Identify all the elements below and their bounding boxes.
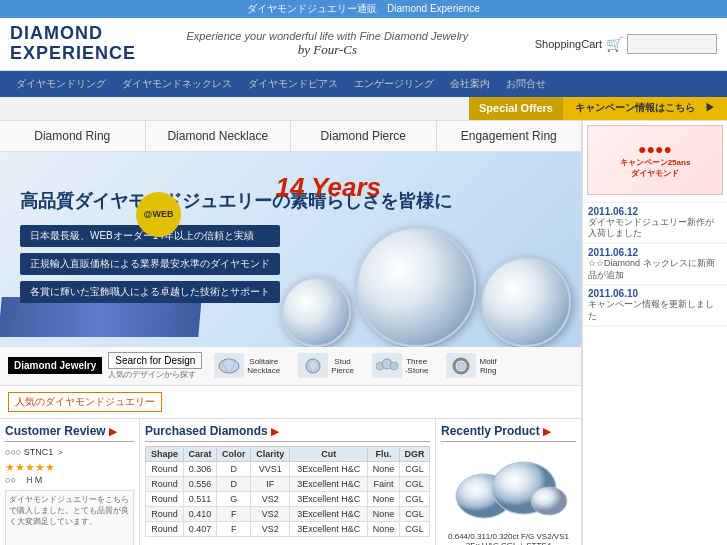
table-cell: 3Excellent H&C: [290, 506, 368, 521]
logo: Diamond Experience: [10, 24, 120, 64]
design-type-solitaire[interactable]: SolitaireNecklace: [208, 353, 286, 378]
search-btn-area: Search for Design 人気のデザインから探す: [108, 352, 202, 380]
purchased-title: Purchased Diamonds ▶: [145, 424, 430, 442]
cart-input[interactable]: [627, 34, 717, 54]
tagline-line2: by Four-Cs: [120, 42, 535, 58]
design-type-three[interactable]: Three-Stone: [366, 353, 435, 378]
news-text-2: キャンペーン情報を更新しました: [588, 299, 722, 322]
nav-bar: ダイヤモンドリング ダイヤモンドネックレス ダイヤモンドピアス エンゲージリング…: [0, 71, 727, 97]
years-number: 14 Years: [275, 172, 381, 203]
hero-banner: 高品質ダイヤモンドジュエリーの素晴らしさを皆様に 日本最長級、WEBオーダー14…: [0, 152, 581, 347]
table-cell: VS2: [251, 491, 290, 506]
news-text-1: ☆☆Diamond ネックレスに新商品が追加: [588, 258, 722, 281]
product-tabs: Diamond Ring Diamond Necklace Diamond Pi…: [0, 121, 581, 152]
news-date-0: 2011.06.12: [588, 206, 722, 217]
recent-product-display: 0.644/0.311/0.320ct F/G VS2/VS1 3Ex H&C …: [441, 446, 576, 545]
tab-engagement-ring[interactable]: Engagement Ring: [437, 121, 582, 151]
hero-years: 14 Years @WEB: [275, 172, 381, 203]
table-row: Round0.306DVVS13Excellent H&CNoneCGL: [146, 461, 430, 476]
nav-item-0[interactable]: ダイヤモンドリング: [8, 77, 114, 91]
news-item-1: 2011.06.12 ☆☆Diamond ネックレスに新商品が追加: [583, 244, 727, 285]
cart-label: ShoppingCart: [535, 38, 602, 50]
table-cell: None: [368, 506, 400, 521]
hero-bullet-1: 正規輸入直販価格による業界最安水準のダイヤモンド: [20, 253, 280, 275]
col-flu: Flu.: [368, 446, 400, 461]
customer-review-title: Customer Review ▶: [5, 424, 134, 442]
recent-arrow-icon: ▶: [543, 426, 551, 437]
table-cell: 3Excellent H&C: [290, 491, 368, 506]
table-cell: D: [217, 476, 251, 491]
table-cell: None: [368, 461, 400, 476]
col-customer: Customer Review ▶ ○○○ STNC1 ＞ ★★★★★ ○○ Ｈ…: [0, 419, 140, 545]
special-offers-label: Special Offers: [469, 97, 563, 120]
header: Diamond Experience Experience your wonde…: [0, 18, 727, 71]
campaign-button[interactable]: キャンペーン情報はこちら ▶: [563, 97, 727, 120]
ad-banner[interactable]: ●●●● キャンペーン25ans ダイヤモンド: [587, 125, 723, 195]
table-cell: 3Excellent H&C: [290, 521, 368, 536]
nav-item-2[interactable]: ダイヤモンドピアス: [240, 77, 346, 91]
table-cell: Faint: [368, 476, 400, 491]
reviewer-name[interactable]: ○○○ STNC1 ＞: [5, 446, 134, 459]
header-cart: ShoppingCart 🛒: [535, 34, 717, 54]
table-cell: Round: [146, 521, 184, 536]
nav-item-3[interactable]: エンゲージリング: [346, 77, 442, 91]
svg-point-8: [457, 362, 465, 370]
tab-diamond-ring[interactable]: Diamond Ring: [0, 121, 146, 151]
col-shape: Shape: [146, 446, 184, 461]
logo-line1: Diamond: [10, 24, 120, 44]
nav-item-4[interactable]: 会社案内: [442, 77, 498, 91]
tab-diamond-pierce[interactable]: Diamond Pierce: [291, 121, 437, 151]
table-cell: 0.556: [183, 476, 216, 491]
design-type-stud[interactable]: StudPierce: [292, 353, 360, 378]
table-cell: CGL: [399, 491, 429, 506]
sidebar-ad: ●●●● キャンペーン25ans ダイヤモンド: [583, 121, 727, 203]
review-text: ダイヤモンドジュエリーをこちらで購入しました。とても品質が良く大変満足しています…: [9, 495, 129, 526]
main-content: Diamond Ring Diamond Necklace Diamond Pi…: [0, 121, 727, 545]
table-row: Round0.556DIF3Excellent H&CFaintCGL: [146, 476, 430, 491]
design-search-bar: Diamond Jewelry Search for Design 人気のデザイ…: [0, 347, 581, 386]
review-box: ダイヤモンドジュエリーをこちらで購入しました。とても品質が良く大変満足しています…: [5, 490, 134, 545]
col-recent: Recently Product ▶: [436, 419, 581, 545]
table-cell: D: [217, 461, 251, 476]
svg-point-11: [531, 487, 567, 515]
table-cell: 0.511: [183, 491, 216, 506]
table-cell: VS2: [251, 521, 290, 536]
design-type-solitaire-label: SolitaireNecklace: [247, 357, 280, 375]
table-cell: Round: [146, 476, 184, 491]
table-cell: IF: [251, 476, 290, 491]
right-sidebar: ●●●● キャンペーン25ans ダイヤモンド 2011.06.12 ダイヤモン…: [582, 121, 727, 545]
years-web: @WEB: [136, 192, 181, 237]
purchased-scroll[interactable]: Shape Carat Color Clarity Cut Flu. DGR R…: [145, 446, 430, 537]
purchased-table: Shape Carat Color Clarity Cut Flu. DGR R…: [145, 446, 430, 537]
motif-ring-icon: [446, 353, 476, 378]
table-cell: None: [368, 521, 400, 536]
table-cell: 3Excellent H&C: [290, 461, 368, 476]
purchased-arrow-icon: ▶: [271, 426, 279, 437]
three-stone-icon: [372, 353, 402, 378]
table-cell: Round: [146, 491, 184, 506]
search-design-button[interactable]: Search for Design: [108, 352, 202, 369]
recent-product-label: 0.644/0.311/0.320ct F/G VS2/VS1 3Ex H&C …: [441, 532, 576, 545]
header-tagline: Experience your wonderful life with Fine…: [120, 30, 535, 58]
table-cell: 0.410: [183, 506, 216, 521]
logo-line2: Experience: [10, 44, 120, 64]
popular-link[interactable]: 人気のダイヤモンドジュエリー: [8, 392, 162, 412]
nav-item-5[interactable]: お問合せ: [498, 77, 554, 91]
table-cell: VVS1: [251, 461, 290, 476]
table-cell: None: [368, 491, 400, 506]
hero-main-text: 高品質ダイヤモンドジュエリーの素晴らしさを皆様に: [20, 189, 452, 213]
design-type-three-label: Three-Stone: [405, 357, 429, 375]
tab-diamond-necklace[interactable]: Diamond Necklace: [146, 121, 292, 151]
table-cell: 0.407: [183, 521, 216, 536]
design-type-motif[interactable]: MotifRing: [440, 353, 502, 378]
design-type-motif-label: MotifRing: [479, 357, 496, 375]
table-cell: 3Excellent H&C: [290, 476, 368, 491]
design-type-stud-label: StudPierce: [331, 357, 354, 375]
recent-title: Recently Product ▶: [441, 424, 576, 442]
table-cell: CGL: [399, 476, 429, 491]
nav-item-1[interactable]: ダイヤモンドネックレス: [114, 77, 240, 91]
col-color: Color: [217, 446, 251, 461]
recent-product-image: [449, 446, 569, 526]
table-row: Round0.410FVS23Excellent H&CNoneCGL: [146, 506, 430, 521]
table-cell: Round: [146, 506, 184, 521]
